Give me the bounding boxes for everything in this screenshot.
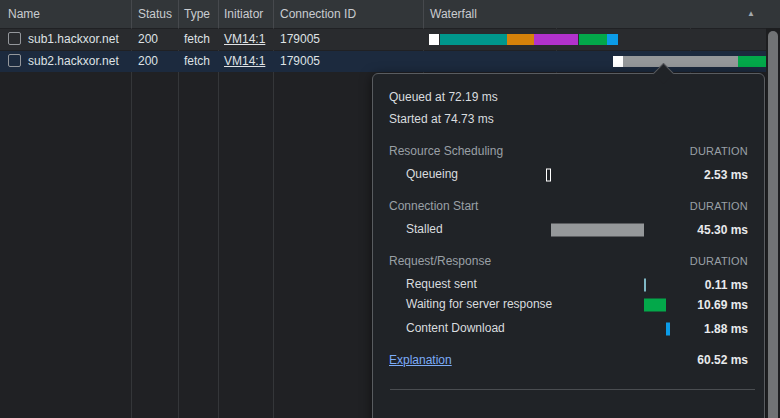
request-timing-tooltip: Queued at 72.19 ms Started at 74.73 ms R… [372,73,765,418]
header-column-separator [218,0,219,28]
timing-phase-label: Content Download [389,320,556,336]
initiator-cell: VM14:1 [218,29,273,50]
timing-phase-duration: 2.53 ms [704,168,748,182]
timing-phase-duration: 10.69 ms [697,298,748,312]
total-duration-value: 60.52 ms [697,352,748,368]
timing-section-title: Connection Start [389,198,478,214]
timing-phase-duration: 0.11 ms [705,278,748,292]
waterfall-segment-dns-lookup [440,34,507,45]
timing-phase-row: Request sent0.11 ms [389,276,748,294]
connection-id-cell: 179005 [273,29,423,50]
waterfall-segment-queueing [613,56,623,67]
timing-phase-label: Request sent [389,276,556,292]
waterfall-cell[interactable] [423,29,780,50]
name-cell: sub1.hackxor.net [0,29,131,50]
explanation-link[interactable]: Explanation [389,352,452,368]
initiator-cell: VM14:1 [218,51,273,72]
timing-section-header: Resource SchedulingDURATION [389,143,748,159]
column-separator [273,28,274,418]
timing-phase-row: Queueing2.53 ms [389,166,748,184]
timing-section-title: Resource Scheduling [389,143,503,159]
timing-phase-bar [546,169,551,182]
duration-column-header: DURATION [690,198,748,214]
waterfall-cell[interactable] [423,51,780,72]
duration-column-header: DURATION [690,253,748,269]
row-checkbox[interactable] [8,32,21,45]
column-header-initiator[interactable]: Initiator [218,0,279,28]
column-header-connection-id[interactable]: Connection ID [273,0,430,28]
network-table-header: NameStatusTypeInitiatorConnection IDWate… [0,0,780,28]
header-column-separator [178,0,179,28]
timing-phase-duration: 45.30 ms [697,223,748,237]
timing-phase-label: Waiting for server response [389,296,556,312]
column-header-status[interactable]: Status [131,0,185,28]
column-header-waterfall[interactable]: Waterfall [423,0,780,28]
table-row[interactable]: sub1.hackxor.net200fetchVM14:1179005 [0,29,780,50]
header-column-separator [131,0,132,28]
header-column-separator [423,0,424,28]
timing-phase-row: Stalled45.30 ms [389,221,748,239]
devtools-network-panel: NameStatusTypeInitiatorConnection IDWate… [0,0,780,418]
tooltip-divider [390,389,755,390]
request-name: sub1.hackxor.net [28,32,119,46]
timing-section-header: Connection StartDURATION [389,198,748,214]
waterfall-segment-stalled [623,56,738,67]
timing-section-header: Request/ResponseDURATION [389,253,748,269]
sort-ascending-icon[interactable]: ▲ [747,0,755,28]
waterfall-segment-queueing [429,34,439,45]
type-cell: fetch [178,51,218,72]
timing-phase-bar [551,224,644,237]
waterfall-segment-waiting [579,34,607,45]
type-cell: fetch [178,29,218,50]
waterfall-segment-ssl [534,34,578,45]
timing-phase-label: Stalled [389,221,556,237]
timing-phase-row: Waiting for server response10.69 ms [389,296,748,314]
column-separator [131,28,132,418]
timing-section-title: Request/Response [389,253,491,269]
connection-id-cell: 179005 [273,51,423,72]
duration-column-header: DURATION [690,143,748,159]
waterfall-segment-content-download [607,34,618,45]
scrollbar-thumb[interactable] [768,31,778,418]
waterfall-segment-waiting [738,56,766,67]
timing-phase-bar [644,279,646,292]
request-name: sub2.hackxor.net [28,54,119,68]
name-cell: sub2.hackxor.net [0,51,131,72]
queued-at-text: Queued at 72.19 ms [389,89,748,105]
column-separator [178,28,179,418]
vertical-scrollbar[interactable] [766,28,780,418]
timing-phase-row: Content Download1.88 ms [389,320,748,338]
status-cell: 200 [131,29,178,50]
column-separator [218,28,219,418]
header-column-separator [273,0,274,28]
started-at-text: Started at 74.73 ms [389,111,748,127]
timing-phase-duration: 1.88 ms [704,322,748,336]
timing-phase-bar [644,299,666,312]
initiator-link[interactable]: VM14:1 [224,32,265,46]
waterfall-segment-initial-connection [507,34,534,45]
row-checkbox[interactable] [8,54,21,67]
timing-phase-label: Queueing [389,166,556,182]
status-cell: 200 [131,51,178,72]
initiator-link[interactable]: VM14:1 [224,54,265,68]
timing-phase-bar [666,323,670,336]
column-header-name[interactable]: Name [0,0,139,28]
